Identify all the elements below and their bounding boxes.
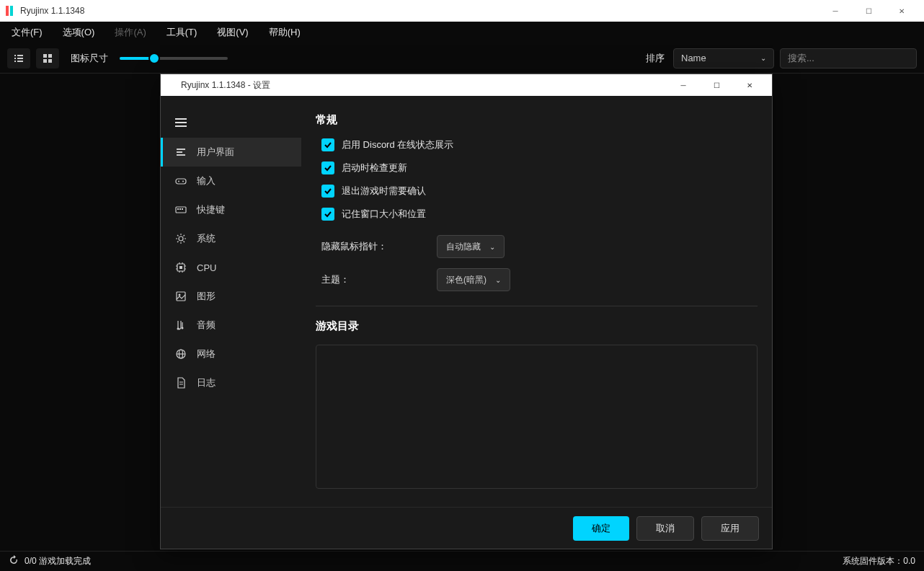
sort-value: Name [681,53,706,63]
checkbox-row: 启用 Discord 在线状态展示 [316,138,758,151]
menu-view[interactable]: 视图(V) [213,23,252,42]
svg-point-12 [177,328,179,330]
game-directory-list[interactable] [316,345,758,489]
hamburger-icon [175,118,187,128]
hide-cursor-dropdown[interactable]: 自动隐藏 ⌄ [437,235,505,258]
svg-point-7 [179,236,183,241]
svg-point-11 [179,294,181,296]
checkbox-label: 启动时检查更新 [342,161,407,174]
nav-item-label: 日志 [197,376,216,389]
theme-label: 主题： [321,273,422,286]
nav-item-label: 网络 [197,348,216,360]
nav-item-input[interactable]: 输入 [161,167,301,195]
nav-item-log[interactable]: 日志 [161,368,301,397]
checkbox-row: 退出游戏时需要确认 [316,185,758,198]
icon-size-slider[interactable] [120,51,228,66]
close-button[interactable]: ✕ [885,0,918,22]
svg-point-13 [182,327,184,329]
checkbox-1[interactable] [321,161,334,174]
checkbox-2[interactable] [321,185,334,198]
nav-item-cpu[interactable]: CPU [161,253,301,282]
nav-item-graphics[interactable]: 图形 [161,282,301,311]
nav-item-network[interactable]: 网络 [161,340,301,368]
input-icon [175,175,187,187]
dialog-title: Ryujinx 1.1.1348 - 设置 [181,79,270,92]
settings-dialog: Ryujinx 1.1.1348 - 设置 ─ ☐ ✕ 用户界面输入快捷键系统C… [160,74,773,549]
ui-icon [175,146,187,158]
svg-point-2 [182,181,184,182]
chevron-down-icon: ⌄ [760,54,766,62]
svg-rect-0 [176,179,186,184]
statusbar: 0/0 游戏加载完成 系统固件版本：0.0 [0,551,924,571]
nav-item-label: 用户界面 [197,146,234,159]
section-general-title: 常规 [316,113,758,127]
divider [316,306,758,306]
dialog-maximize-button[interactable]: ☐ [700,74,733,96]
menu-help[interactable]: 帮助(H) [265,23,305,42]
svg-rect-5 [179,208,181,210]
system-icon [175,233,187,244]
toolbar: 图标尺寸 排序 Name ⌄ 搜索... [0,43,924,74]
grid-view-button[interactable] [36,48,59,68]
dialog-close-button[interactable]: ✕ [733,74,766,96]
nav-item-hotkey[interactable]: 快捷键 [161,195,301,224]
refresh-icon [9,555,19,565]
checkbox-label: 退出游戏时需要确认 [342,185,426,198]
menu-options[interactable]: 选项(O) [58,23,99,42]
search-placeholder: 搜索... [788,52,814,65]
checkbox-label: 启用 Discord 在线状态展示 [342,138,453,151]
menu-actions: 操作(A) [110,23,150,42]
minimize-button[interactable]: ─ [819,0,852,22]
audio-icon [175,319,187,331]
nav-item-system[interactable]: 系统 [161,224,301,253]
chevron-down-icon: ⌄ [489,243,495,251]
checkbox-row: 启动时检查更新 [316,161,758,174]
svg-point-1 [178,181,179,182]
main-titlebar: Ryujinx 1.1.1348 ─ ☐ ✕ [0,0,924,22]
checkbox-row: 记住窗口大小和位置 [316,208,758,221]
cpu-icon [175,262,187,273]
dialog-minimize-button[interactable]: ─ [667,74,700,96]
nav-item-label: CPU [197,262,216,273]
sort-label: 排序 [646,52,665,65]
nav-item-audio[interactable]: 音频 [161,311,301,340]
nav-item-label: 图形 [197,290,216,303]
settings-sidebar: 用户界面输入快捷键系统CPU图形音频网络日志 [161,96,301,507]
app-logo-icon [166,80,177,90]
log-icon [175,377,187,389]
theme-dropdown[interactable]: 深色(暗黑) ⌄ [437,268,510,291]
chevron-down-icon: ⌄ [495,276,501,284]
dialog-footer: 确定 取消 应用 [161,507,772,549]
hamburger-button[interactable] [161,110,301,138]
load-status: 0/0 游戏加载完成 [25,555,91,567]
nav-item-label: 音频 [197,319,216,332]
checkbox-0[interactable] [321,138,334,151]
search-input[interactable]: 搜索... [780,48,917,68]
grid-icon [43,53,53,63]
apply-button[interactable]: 应用 [701,516,759,541]
firmware-version: 系统固件版本：0.0 [843,555,915,567]
cancel-button[interactable]: 取消 [636,516,694,541]
check-icon [324,187,332,195]
nav-item-label: 输入 [197,174,216,187]
hotkey-icon [175,204,187,216]
ok-button[interactable]: 确定 [573,516,629,541]
checkbox-3[interactable] [321,208,334,221]
refresh-button[interactable] [9,555,19,567]
app-logo-icon [6,6,16,16]
nav-item-label: 系统 [197,232,216,245]
section-gamedir-title: 游戏目录 [316,319,758,333]
menu-tools[interactable]: 工具(T) [162,23,202,42]
sort-dropdown[interactable]: Name ⌄ [673,48,774,68]
svg-rect-9 [179,266,182,269]
svg-rect-4 [177,208,179,210]
maximize-button[interactable]: ☐ [852,0,885,22]
list-view-button[interactable] [7,48,30,68]
checkbox-label: 记住窗口大小和位置 [342,208,426,221]
hide-cursor-label: 隐藏鼠标指针： [321,240,422,253]
nav-item-ui[interactable]: 用户界面 [161,138,301,167]
menu-file[interactable]: 文件(F) [7,23,47,42]
menubar: 文件(F) 选项(O) 操作(A) 工具(T) 视图(V) 帮助(H) [0,22,924,43]
dialog-body: 用户界面输入快捷键系统CPU图形音频网络日志 常规 启用 Discord 在线状… [161,96,772,507]
settings-content: 常规 启用 Discord 在线状态展示启动时检查更新退出游戏时需要确认记住窗口… [301,96,772,507]
